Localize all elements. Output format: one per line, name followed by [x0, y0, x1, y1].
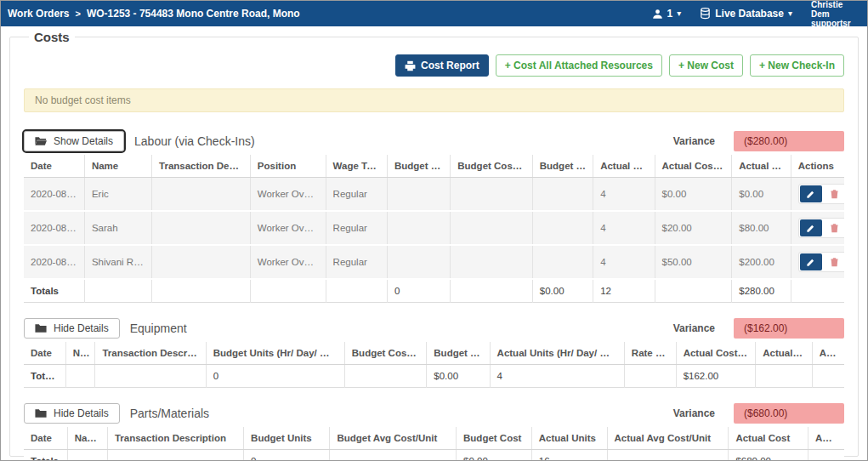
totals-cell [250, 279, 326, 303]
totals-cell: $162.00 [676, 365, 756, 388]
table-cell [532, 211, 593, 245]
parts-materials-section: Hide Details Parts/Materials Variance ($… [24, 403, 844, 460]
labour-show-details-button[interactable]: Show Details [24, 131, 124, 151]
app-window: Work Orders > WO-1253 - 754483 Mono Cent… [0, 0, 868, 461]
totals-cell [607, 450, 729, 460]
parts-totals-row: Totals 0 $0.00 16 $680.00 [24, 450, 844, 460]
column-header: Name [67, 427, 107, 450]
main-content: Costs Cost Report + Cost All Attached Re… [1, 26, 867, 460]
column-header: Actual Cost/Unit [676, 342, 756, 365]
totals-cell: 16 [531, 450, 607, 460]
delete-button[interactable] [824, 253, 844, 270]
column-header: Actual Cost [729, 427, 808, 450]
edit-button[interactable] [800, 219, 822, 236]
user-name: Christie Dem [811, 0, 860, 19]
delete-button[interactable] [824, 185, 844, 202]
table-cell: Shivani Raghav [84, 245, 151, 279]
column-header: Actual Units [593, 155, 655, 178]
column-header: Actual Cost [732, 155, 791, 178]
labour-header-row: Date Name Transaction Description Positi… [24, 155, 844, 178]
user-profile[interactable]: Christie Dem supportsr [811, 0, 860, 28]
cost-report-button[interactable]: Cost Report [395, 54, 489, 77]
table-cell [387, 245, 450, 279]
column-header: Budget Cost/Unit [344, 342, 427, 365]
column-header: Date [24, 155, 84, 178]
column-header: Budget Cost/Unit [451, 155, 533, 178]
column-header: Actual Cost [756, 342, 813, 365]
chevron-down-icon: ▾ [677, 9, 681, 18]
new-cost-button[interactable]: + New Cost [669, 54, 743, 77]
table-cell: 2020-08-22 [24, 178, 84, 212]
table-cell: Regular [326, 245, 387, 279]
table-cell [387, 211, 450, 245]
table-cell: $20.00 [655, 211, 732, 245]
column-header: Budget Cost [532, 155, 593, 178]
page-title: Costs [29, 30, 75, 44]
totals-cell: $680.00 [729, 450, 808, 460]
totals-cell [95, 365, 206, 388]
equipment-totals-row: Totals 0 $0.00 4 $162.00 [24, 365, 844, 388]
totals-cell [65, 365, 95, 388]
table-cell [152, 178, 251, 212]
delete-button[interactable] [824, 219, 844, 236]
table-cell: Worker Override [250, 245, 326, 279]
column-header: Budget Cost [427, 342, 490, 365]
database-menu[interactable]: Live Database ▾ [700, 8, 792, 20]
table-cell [451, 178, 533, 212]
user-icon [652, 9, 663, 20]
toolbar: Cost Report + Cost All Attached Resource… [24, 54, 844, 77]
labour-show-details-label: Show Details [54, 135, 113, 147]
parts-section-header: Hide Details Parts/Materials Variance ($… [24, 403, 844, 424]
totals-cell: Totals [24, 450, 67, 460]
totals-cell [655, 279, 732, 303]
row-actions [798, 218, 844, 238]
actions-cell [791, 245, 844, 279]
equipment-hide-details-button[interactable]: Hide Details [24, 318, 120, 339]
table-row: 2020-08-22 Shivani Raghav Worker Overrid… [24, 245, 844, 279]
table-cell [152, 245, 251, 279]
column-header: Transaction Description [95, 342, 206, 365]
column-header: Budget Units (Hr/ Day/ Month) [206, 342, 344, 365]
pencil-icon [806, 224, 815, 233]
column-header: Budget Cost [457, 427, 532, 450]
equipment-section-header: Hide Details Equipment Variance ($162.00… [24, 318, 844, 339]
totals-cell: Totals [24, 279, 84, 303]
equipment-variance-badge: ($162.00) [734, 318, 844, 339]
database-label: Live Database [715, 8, 784, 20]
table-cell: 4 [593, 178, 655, 212]
edit-button[interactable] [800, 253, 822, 270]
labour-totals-row: Totals 0 $0.00 12 $280.00 [24, 279, 844, 303]
edit-button[interactable] [800, 185, 822, 202]
open-folder-icon [35, 136, 47, 146]
column-header: Rate Type [624, 342, 676, 365]
user-count-menu[interactable]: 1 ▾ [652, 8, 682, 20]
table-cell: Regular [326, 178, 387, 212]
breadcrumb-work-orders-link[interactable]: Work Orders [8, 8, 69, 20]
column-header: Actions [791, 155, 844, 178]
column-header: Wage Type [326, 155, 387, 178]
totals-cell: 12 [593, 279, 655, 303]
column-header: Date [24, 427, 67, 450]
table-cell: Regular [326, 211, 387, 245]
totals-cell: $0.00 [532, 279, 593, 303]
column-header: Actions [808, 427, 844, 450]
trash-icon [830, 257, 839, 267]
costs-panel: Costs Cost Report + Cost All Attached Re… [9, 30, 859, 457]
totals-cell [344, 365, 427, 388]
totals-cell [67, 450, 107, 460]
parts-hide-details-button[interactable]: Hide Details [24, 403, 120, 424]
equipment-table: Date Name Transaction Description Budget… [24, 342, 844, 388]
new-check-in-button[interactable]: + New Check-In [750, 54, 844, 77]
column-header: Budget Units [387, 155, 450, 178]
table-cell: 4 [593, 211, 655, 245]
table-cell: $0.00 [655, 178, 732, 212]
column-header: Actual Units [531, 427, 607, 450]
parts-header-row: Date Name Transaction Description Budget… [24, 427, 844, 450]
cost-all-attached-resources-button[interactable]: + Cost All Attached Resources [496, 54, 662, 77]
table-cell: $0.00 [732, 178, 791, 212]
actions-cell [791, 211, 844, 245]
totals-cell [152, 279, 251, 303]
table-cell: $50.00 [655, 245, 732, 279]
parts-hide-details-label: Hide Details [54, 407, 109, 419]
column-header: Position [250, 155, 326, 178]
